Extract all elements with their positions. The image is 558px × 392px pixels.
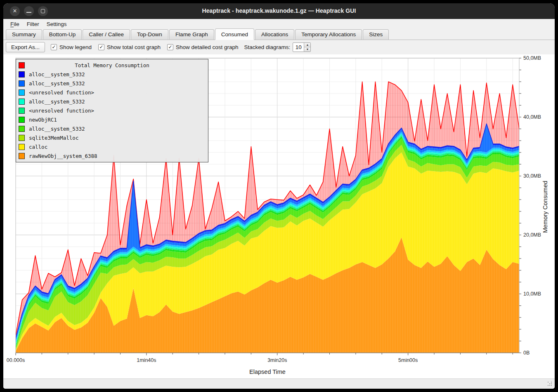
checkbox-show-detailed-cost-graph[interactable]: ✓Show detailed cost graph xyxy=(167,44,239,50)
legend-label: rawNewObj__system_6388 xyxy=(29,153,97,159)
legend-color-chip xyxy=(19,89,25,96)
spin-down-icon[interactable]: ▼ xyxy=(304,47,310,52)
checkbox-show-total-cost-graph[interactable]: ✓Show total cost graph xyxy=(98,44,161,50)
legend-label: alloc__system_5332 xyxy=(29,80,85,87)
menu-filter[interactable]: Filter xyxy=(23,20,43,28)
legend-color-chip xyxy=(19,71,25,77)
tab-temporary-allocations[interactable]: Temporary Allocations xyxy=(295,29,362,40)
legend-label: newObjRC1 xyxy=(29,117,57,123)
legend-item: alloc__system_5332 xyxy=(16,97,208,106)
svg-text:1min40s: 1min40s xyxy=(137,357,156,363)
legend-color-chip xyxy=(19,80,25,87)
legend-color-chip xyxy=(19,117,25,123)
stacked-diagrams-label: Stacked diagrams: xyxy=(244,44,291,50)
checkbox-label: Show total cost graph xyxy=(107,44,161,50)
svg-text:20,0MB: 20,0MB xyxy=(523,232,541,238)
legend-item: rawNewObj__system_6388 xyxy=(16,151,208,160)
tab-bar: SummaryBottom-UpCaller / CalleeTop-DownF… xyxy=(3,29,555,40)
legend-color-chip xyxy=(19,126,25,132)
stacked-diagrams-value[interactable]: 10 xyxy=(293,43,304,52)
svg-text:00.000s: 00.000s xyxy=(7,357,25,363)
legend-item: sqlite3MemMalloc xyxy=(16,133,208,142)
status-bar xyxy=(3,378,555,389)
legend-color-chip xyxy=(19,108,25,114)
tab-flame-graph[interactable]: Flame Graph xyxy=(169,29,214,40)
svg-text:30,0MB: 30,0MB xyxy=(523,173,541,179)
app-window: ✕ Heaptrack - heaptrack.wakunode.1.gz — … xyxy=(3,3,555,389)
legend-label: alloc__system_5332 xyxy=(29,99,85,105)
tab-caller-callee[interactable]: Caller / Callee xyxy=(83,29,130,40)
tab-summary[interactable]: Summary xyxy=(6,29,42,40)
tab-sizes[interactable]: Sizes xyxy=(363,29,389,40)
legend-item: <unresolved function> xyxy=(16,106,208,115)
svg-text:10,0MB: 10,0MB xyxy=(523,291,541,297)
legend-item: <unresolved function> xyxy=(16,88,208,97)
chart-legend: Total Memory Consumptionalloc__system_53… xyxy=(16,59,208,162)
export-as-button[interactable]: Export As... xyxy=(6,42,45,52)
legend-label: <unresolved function> xyxy=(29,89,94,96)
svg-text:0B: 0B xyxy=(523,350,530,356)
checkmark-icon[interactable]: ✓ xyxy=(167,44,173,50)
checkbox-group: ✓Show legend✓Show total cost graph✓Show … xyxy=(51,44,239,50)
checkmark-icon[interactable]: ✓ xyxy=(51,44,57,50)
y-axis-title: Memory Consumed xyxy=(542,153,549,261)
stacked-diagrams-spinbox[interactable]: 10 ▲ ▼ xyxy=(293,42,311,52)
stacked-diagrams-group: Stacked diagrams: 10 ▲ ▼ xyxy=(244,42,311,52)
checkmark-icon[interactable]: ✓ xyxy=(98,44,104,50)
checkbox-label: Show detailed cost graph xyxy=(176,44,239,50)
legend-color-chip xyxy=(19,135,25,141)
title-bar[interactable]: ✕ Heaptrack - heaptrack.wakunode.1.gz — … xyxy=(3,3,555,19)
legend-label: sqlite3MemMalloc xyxy=(29,135,78,141)
legend-title: Total Memory Consumption xyxy=(16,62,208,68)
legend-item: alloc__system_5332 xyxy=(16,70,208,79)
legend-label: alloc__system_5332 xyxy=(29,71,85,77)
spin-buttons: ▲ ▼ xyxy=(304,43,310,52)
legend-color-chip xyxy=(19,144,25,150)
spin-up-icon[interactable]: ▲ xyxy=(304,43,310,47)
legend-item: alloc__system_5332 xyxy=(16,124,208,133)
legend-label: alloc__system_5332 xyxy=(29,126,85,132)
tab-top-down[interactable]: Top-Down xyxy=(131,29,168,40)
legend-label: calloc xyxy=(29,144,47,150)
legend-color-chip xyxy=(19,153,25,159)
legend-item: alloc__system_5332 xyxy=(16,79,208,88)
checkbox-label: Show legend xyxy=(59,44,92,50)
svg-text:3min20s: 3min20s xyxy=(267,357,287,363)
chart-area: 00.000s1min40s3min20s5min00s0B10,0MB20,0… xyxy=(3,54,555,378)
menu-bar: FileFilterSettings xyxy=(3,19,555,29)
menu-settings[interactable]: Settings xyxy=(43,20,71,28)
legend-item: newObjRC1 xyxy=(16,115,208,124)
window-title: Heaptrack - heaptrack.wakunode.1.gz — He… xyxy=(3,7,555,14)
menu-file[interactable]: File xyxy=(7,20,23,28)
svg-text:5min00s: 5min00s xyxy=(398,357,418,363)
legend-title-row: Total Memory Consumption xyxy=(16,61,208,70)
x-axis-title: Elapsed Time xyxy=(3,369,532,375)
tab-consumed[interactable]: Consumed xyxy=(215,28,254,40)
resize-grip-icon[interactable] xyxy=(548,382,553,387)
legend-color-chip xyxy=(19,99,25,105)
checkbox-show-legend[interactable]: ✓Show legend xyxy=(51,44,92,50)
svg-text:50,0MB: 50,0MB xyxy=(523,55,541,61)
tab-allocations[interactable]: Allocations xyxy=(255,29,294,40)
svg-text:40,0MB: 40,0MB xyxy=(523,114,541,120)
toolbar: Export As... ✓Show legend✓Show total cos… xyxy=(3,40,555,54)
tab-bottom-up[interactable]: Bottom-Up xyxy=(43,29,82,40)
legend-item: calloc xyxy=(16,142,208,151)
legend-label: <unresolved function> xyxy=(29,108,94,114)
